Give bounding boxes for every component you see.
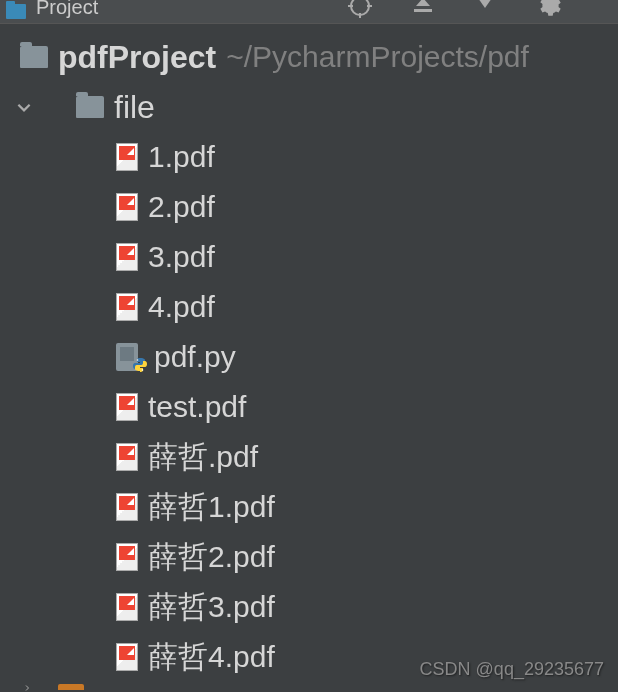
file-name: 4.pdf: [148, 290, 215, 324]
file-name: 3.pdf: [148, 240, 215, 274]
svg-rect-7: [414, 9, 432, 12]
project-icon: [6, 1, 26, 23]
chevron-right-icon[interactable]: [20, 678, 34, 692]
svg-marker-8: [416, 0, 430, 6]
top-bar: Project: [0, 0, 618, 24]
file-name: 薛哲.pdf: [148, 437, 258, 478]
pdf-file-icon: [116, 543, 138, 571]
pdf-file-icon: [116, 193, 138, 221]
folder-icon: [20, 46, 48, 68]
svg-point-11: [142, 369, 144, 371]
orange-folder-icon: [58, 684, 84, 690]
folder-name: file: [114, 89, 155, 126]
file-row[interactable]: 薛哲3.pdf: [0, 582, 618, 632]
svg-point-10: [137, 359, 139, 361]
file-name: 2.pdf: [148, 190, 215, 224]
pdf-file-icon: [116, 443, 138, 471]
panel-title: Project: [36, 0, 342, 27]
file-name: 1.pdf: [148, 140, 215, 174]
bottom-strip: [0, 682, 618, 692]
file-row[interactable]: 1.pdf: [0, 132, 618, 182]
pdf-file-icon: [116, 143, 138, 171]
pdf-file-icon: [116, 293, 138, 321]
file-name: 薛哲1.pdf: [148, 487, 275, 528]
file-row[interactable]: 薛哲1.pdf: [0, 482, 618, 532]
svg-point-2: [351, 0, 369, 15]
folder-icon: [76, 96, 104, 118]
folder-row[interactable]: file: [0, 82, 618, 132]
pdf-file-icon: [116, 593, 138, 621]
file-row[interactable]: 3.pdf: [0, 232, 618, 282]
file-row[interactable]: 4.pdf: [0, 282, 618, 332]
file-name: 薛哲2.pdf: [148, 537, 275, 578]
file-row[interactable]: 薛哲2.pdf: [0, 532, 618, 582]
file-name: pdf.py: [154, 340, 236, 374]
expand-icon[interactable]: [474, 0, 496, 21]
pdf-file-icon: [116, 393, 138, 421]
file-name: test.pdf: [148, 390, 246, 424]
python-file-icon: [116, 343, 144, 371]
project-name: pdfProject: [58, 39, 216, 76]
collapse-icon[interactable]: [412, 0, 434, 21]
locate-icon[interactable]: [348, 0, 372, 22]
file-name: 薛哲3.pdf: [148, 587, 275, 628]
gear-icon[interactable]: [536, 0, 562, 23]
svg-rect-0: [6, 4, 26, 19]
pdf-file-icon: [116, 643, 138, 671]
project-tree: pdfProject ~/PycharmProjects/pdf file 1.…: [0, 24, 618, 682]
file-row[interactable]: 薛哲.pdf: [0, 432, 618, 482]
svg-marker-9: [478, 0, 492, 8]
svg-rect-1: [6, 1, 15, 6]
pdf-file-icon: [116, 243, 138, 271]
file-name: 薛哲4.pdf: [148, 637, 275, 678]
chevron-down-icon[interactable]: [14, 98, 34, 116]
project-root-row[interactable]: pdfProject ~/PycharmProjects/pdf: [0, 32, 618, 82]
toolbar-icons: [348, 0, 612, 31]
project-path: ~/PycharmProjects/pdf: [226, 40, 529, 74]
file-list: 1.pdf2.pdf3.pdf4.pdfpdf.pytest.pdf薛哲.pdf…: [0, 132, 618, 682]
watermark: CSDN @qq_29235677: [420, 659, 604, 680]
file-row[interactable]: test.pdf: [0, 382, 618, 432]
file-row[interactable]: 2.pdf: [0, 182, 618, 232]
file-row[interactable]: pdf.py: [0, 332, 618, 382]
pdf-file-icon: [116, 493, 138, 521]
